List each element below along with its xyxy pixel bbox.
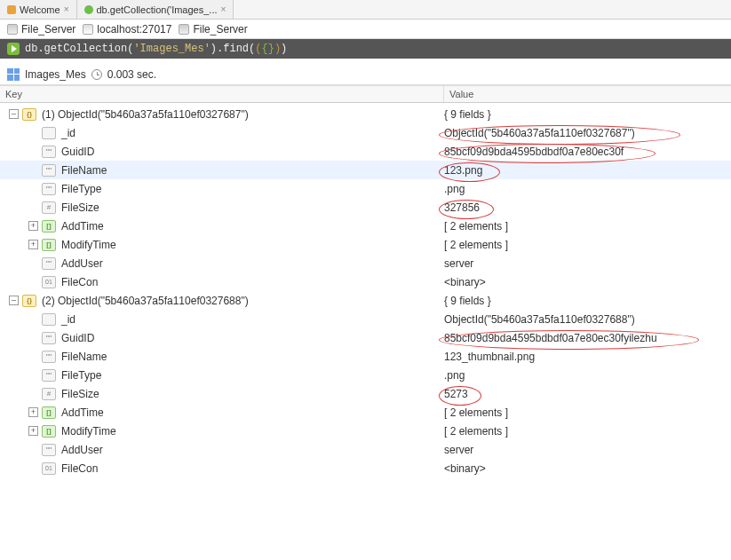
value-text: 327856 [444, 201, 731, 214]
breadcrumb-host[interactable]: localhost:27017 [83, 23, 171, 35]
key-text: (2) ObjectId("5b460a37a5fa110ef0327688") [42, 295, 249, 307]
close-icon[interactable]: × [64, 4, 69, 14]
value-text: [ 2 elements ] [444, 220, 731, 233]
tree-row[interactable]: –(2) ObjectId("5b460a37a5fa110ef0327688"… [0, 291, 731, 310]
value-text: [ 2 elements ] [444, 406, 731, 419]
column-key-header[interactable]: Key [0, 86, 444, 102]
str-type-icon [42, 257, 56, 270]
tree-row[interactable]: FileSize5273 [0, 384, 731, 403]
tab-label: db.getCollection('Images_... [97, 4, 218, 15]
tree-row[interactable]: +ModifyTime[ 2 elements ] [0, 235, 731, 254]
value-text: 5273 [444, 388, 731, 400]
bin-type-icon [42, 276, 56, 288]
value-text: <binary> [444, 462, 731, 475]
collapse-icon[interactable]: – [9, 109, 19, 119]
home-icon [7, 5, 16, 14]
tree-row[interactable]: AddUserserver [0, 254, 731, 272]
value-text: { 9 fields } [444, 295, 731, 307]
tree-row[interactable]: +AddTime[ 2 elements ] [0, 217, 731, 235]
arr-type-icon [42, 406, 56, 419]
tree-row[interactable]: AddUserserver [0, 440, 731, 459]
key-text: GuidID [61, 146, 94, 158]
tree-row[interactable]: FileCon<binary> [0, 272, 731, 291]
str-type-icon [42, 164, 56, 177]
expand-icon[interactable]: + [28, 240, 38, 249]
value-text: 123.png [444, 164, 731, 177]
obj-type-icon [22, 295, 36, 307]
value-text: <binary> [444, 276, 731, 288]
tree-row[interactable]: FileName123.png [0, 161, 731, 179]
value-text: ObjectId("5b460a37a5fa110ef0327687") [444, 127, 731, 139]
tree-row[interactable]: FileSize327856 [0, 198, 731, 217]
key-text: AddUser [61, 444, 103, 456]
tree-row[interactable]: FileType.png [0, 366, 731, 384]
tree-row[interactable]: FileType.png [0, 179, 731, 198]
value-text: 85bcf09d9bda4595bdbdf0a7e80ec30f [444, 146, 731, 158]
value-text: .png [444, 183, 731, 195]
query-text[interactable]: db.getCollection('Images_Mes').find(({})… [25, 43, 287, 55]
value-text: .png [444, 369, 731, 382]
close-icon[interactable]: × [221, 4, 226, 14]
key-text: FileCon [61, 462, 98, 475]
arr-type-icon [42, 239, 56, 251]
num-type-icon [42, 201, 56, 214]
columns-header: Key Value [0, 85, 731, 103]
value-text: { 9 fields } [444, 108, 731, 121]
query-time: 0.003 sec. [107, 68, 156, 81]
breadcrumb-db2[interactable]: File_Server [179, 23, 247, 35]
tree-row[interactable]: GuidID85bcf09d9bda4595bdbdf0a7e80ec30fyi… [0, 328, 731, 347]
server-icon [83, 24, 93, 35]
str-type-icon [42, 369, 56, 382]
num-type-icon [42, 388, 56, 400]
query-icon [84, 5, 93, 14]
column-value-header[interactable]: Value [444, 86, 731, 102]
tab-welcome[interactable]: Welcome × [0, 0, 77, 19]
database-icon [7, 24, 18, 35]
key-text: AddTime [61, 406, 104, 419]
key-text: FileSize [61, 388, 99, 400]
tree-row[interactable]: –(1) ObjectId("5b460a37a5fa110ef0327687"… [0, 105, 731, 123]
value-text: 85bcf09d9bda4595bdbdf0a7e80ec30fyilezhu [444, 332, 731, 344]
breadcrumb-db[interactable]: File_Server [7, 23, 75, 35]
tree-row[interactable]: +AddTime[ 2 elements ] [0, 403, 731, 422]
value-text: [ 2 elements ] [444, 425, 731, 438]
key-text: FileName [61, 164, 107, 177]
key-text: AddTime [61, 220, 104, 233]
value-text: ObjectId("5b460a37a5fa110ef0327688") [444, 313, 731, 326]
arr-type-icon [42, 425, 56, 438]
str-type-icon [42, 183, 56, 195]
run-icon[interactable] [7, 43, 20, 55]
value-text: server [444, 444, 731, 456]
tree-row[interactable]: +ModifyTime[ 2 elements ] [0, 422, 731, 440]
key-text: FileType [61, 183, 101, 195]
arr-type-icon [42, 220, 56, 233]
tree-row[interactable]: GuidID85bcf09d9bda4595bdbdf0a7e80ec30f [0, 142, 731, 161]
collection-name: Images_Mes [25, 68, 86, 81]
expand-icon[interactable]: + [28, 407, 38, 417]
expand-icon[interactable]: + [28, 426, 38, 436]
key-text: GuidID [61, 332, 94, 344]
key-text: (1) ObjectId("5b460a37a5fa110ef0327687") [42, 108, 249, 121]
tree-row[interactable]: FileName123_thumbnail.png [0, 347, 731, 366]
key-text: AddUser [61, 257, 103, 270]
expand-icon[interactable]: + [28, 221, 38, 231]
key-text: FileName [61, 351, 107, 363]
database-icon [179, 24, 189, 35]
grid-icon [7, 68, 20, 81]
tree-row[interactable]: _idObjectId("5b460a37a5fa110ef0327687") [0, 123, 731, 142]
breadcrumb: File_Server localhost:27017 File_Server [0, 20, 731, 39]
key-text: FileType [61, 369, 101, 382]
oid-type-icon [42, 313, 56, 326]
key-text: FileSize [61, 201, 99, 214]
key-text: _id [61, 313, 75, 326]
str-type-icon [42, 351, 56, 363]
key-text: ModifyTime [61, 425, 116, 438]
result-tree: –(1) ObjectId("5b460a37a5fa110ef0327687"… [0, 103, 731, 479]
tree-row[interactable]: _idObjectId("5b460a37a5fa110ef0327688") [0, 310, 731, 328]
key-text: _id [61, 127, 75, 139]
oid-type-icon [42, 127, 56, 139]
tab-query[interactable]: db.getCollection('Images_... × [77, 0, 234, 19]
key-text: FileCon [61, 276, 98, 288]
tree-row[interactable]: FileCon<binary> [0, 459, 731, 477]
collapse-icon[interactable]: – [9, 296, 19, 305]
